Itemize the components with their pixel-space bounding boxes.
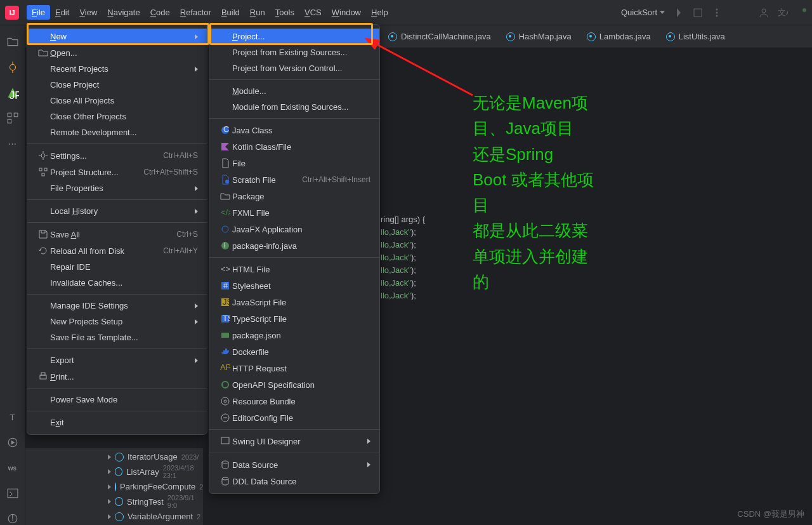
jrebel-icon[interactable]: JR [6, 86, 19, 99]
menubar-item-navigate[interactable]: Navigate [102, 5, 145, 20]
menubar-item-run[interactable]: Run [245, 5, 270, 20]
file-menu-item-exit[interactable]: Exit [27, 415, 207, 430]
tree-item[interactable]: StringTest 2023/9/1 9:0 [25, 493, 203, 510]
new-menu-item-fxml-file[interactable]: </>FXML File [209, 204, 379, 221]
menu-separator [27, 143, 207, 144]
file-menu-item-file-properties[interactable]: File Properties [27, 180, 207, 196]
menubar-item-file[interactable]: File [27, 5, 50, 20]
new-menu-item-dockerfile[interactable]: Dockerfile [209, 343, 379, 360]
play-tool-icon[interactable] [6, 436, 19, 449]
vcs-icon[interactable] [674, 8, 684, 18]
file-menu-item-project-structure[interactable]: Project Structure...Ctrl+Alt+Shift+S [27, 164, 207, 180]
file-menu-item-export[interactable]: Export [27, 352, 207, 368]
file-menu-item-open[interactable]: Open... [27, 44, 207, 61]
file-menu-item-new[interactable]: New [27, 29, 207, 44]
new-menu-item-ddl-data-source[interactable]: DDL Data Source [209, 473, 379, 489]
new-menu-item-editorconfig-file[interactable]: EditorConfig File [209, 409, 379, 426]
new-menu-item-http-request[interactable]: APIHTTP Request [209, 360, 379, 376]
http-icon: API [218, 363, 232, 373]
new-menu-item-module-from-existing-sources[interactable]: Module from Existing Sources... [209, 99, 379, 115]
menubar-item-tools[interactable]: Tools [270, 5, 299, 20]
menubar-item-edit[interactable]: Edit [50, 5, 74, 20]
file-menu-item-save-all[interactable]: Save AllCtrl+S [27, 226, 207, 243]
new-menu-item-project-from-existing-sources[interactable]: Project from Existing Sources... [209, 44, 379, 60]
new-menu-item-resource-bundle[interactable]: Resource Bundle [209, 393, 379, 409]
ws-tool-icon[interactable]: ws [6, 462, 19, 474]
ddl-icon [218, 476, 232, 486]
svg-point-38 [222, 382, 228, 388]
more-tools-icon[interactable]: ⋯ [6, 137, 19, 150]
file-menu-item-close-other-projects[interactable]: Close Other Projects [27, 109, 207, 124]
new-menu-item-module[interactable]: Module... [209, 83, 379, 99]
new-menu-item-javascript-file[interactable]: JSJavaScript File [209, 294, 379, 310]
new-menu-item-package[interactable]: Package [209, 188, 379, 204]
new-menu-item-openapi-specification[interactable]: OpenAPI Specification [209, 376, 379, 393]
project-tree[interactable]: IteratorUsage 2023/ListArray 2023/4/18 2… [25, 448, 203, 525]
menubar-right: QuickSort 文A [621, 8, 807, 18]
file-menu-item-invalidate-caches[interactable]: Invalidate Caches... [27, 275, 207, 291]
new-menu-item-package-json[interactable]: package.json [209, 327, 379, 343]
menubar-item-refactor[interactable]: Refactor [175, 5, 216, 20]
file-menu-item-repair-ide[interactable]: Repair IDE [27, 259, 207, 275]
svg-rect-13 [8, 489, 18, 498]
file-menu-item-new-projects-setup[interactable]: New Projects Setup [27, 314, 207, 329]
menubar-item-code[interactable]: Code [145, 5, 175, 20]
settings-icon[interactable] [797, 8, 807, 18]
tree-item[interactable]: IteratorUsage 2023/ [25, 451, 203, 463]
new-menu-item-package-info-java[interactable]: ipackage-info.java [209, 237, 379, 254]
project-tool-icon[interactable] [6, 36, 19, 48]
text-tool-icon[interactable]: T [6, 411, 19, 423]
new-menu-item-project[interactable]: Project... [209, 29, 379, 44]
new-menu-item-file[interactable]: File [209, 155, 379, 171]
run-icon[interactable] [693, 8, 703, 18]
menubar: IJ FileEditViewNavigateCodeRefactorBuild… [0, 0, 812, 25]
new-menu-item-project-from-version-control[interactable]: Project from Version Control... [209, 60, 379, 76]
new-menu-item-java-class[interactable]: CJava Class [209, 122, 379, 138]
file-menu-item-save-file-as-template[interactable]: Save File as Template... [27, 329, 207, 345]
file-menu-item-manage-ide-settings[interactable]: Manage IDE Settings [27, 298, 207, 314]
file-menu-item-close-all-projects[interactable]: Close All Projects [27, 93, 207, 109]
more-icon[interactable] [712, 8, 722, 18]
editor-tab[interactable]: HashMap.java [499, 25, 579, 48]
project-selector[interactable]: QuickSort [621, 8, 665, 17]
new-menu-item-data-source[interactable]: Data Source [209, 456, 379, 473]
terminal-tool-icon[interactable] [6, 487, 19, 500]
menubar-item-window[interactable]: Window [327, 5, 366, 20]
new-menu-item-swing-ui-designer[interactable]: Swing UI Designer [209, 433, 379, 449]
tree-item[interactable]: VariableArgument 2 [25, 510, 203, 522]
commit-tool-icon[interactable] [6, 61, 19, 74]
file-menu-item-close-project[interactable]: Close Project [27, 77, 207, 93]
menubar-item-view[interactable]: View [74, 5, 102, 20]
new-menu-item-html-file[interactable]: <>HTML File [209, 261, 379, 277]
file-menu-item-recent-projects[interactable]: Recent Projects [27, 61, 207, 77]
svg-point-39 [221, 397, 229, 405]
file-menu-item-power-save-mode[interactable]: Power Save Mode [27, 392, 207, 408]
new-menu-item-typescript-file[interactable]: TSTypeScript File [209, 310, 379, 327]
file-menu-item-settings[interactable]: Settings...Ctrl+Alt+S [27, 147, 207, 164]
structure-tool-icon[interactable] [6, 112, 19, 124]
tree-item[interactable]: ListArray 2023/4/18 23:1 [25, 463, 203, 481]
svg-text:C: C [223, 125, 229, 134]
file-menu-item-local-history[interactable]: Local History [27, 203, 207, 219]
translate-icon[interactable]: 文A [778, 8, 788, 18]
menubar-item-build[interactable]: Build [216, 5, 245, 20]
file-menu-item-reload-all-from-disk[interactable]: Reload All from DiskCtrl+Alt+Y [27, 243, 207, 259]
new-menu-item-kotlin-class-file[interactable]: Kotlin Class/File [209, 138, 379, 155]
new-menu-item-javafx-application[interactable]: JavaFX Application [209, 221, 379, 237]
new-menu-item-scratch-file[interactable]: Scratch FileCtrl+Alt+Shift+Insert [209, 171, 379, 188]
svg-text:JS: JS [223, 297, 230, 307]
new-menu-item-stylesheet[interactable]: #Stylesheet [209, 277, 379, 294]
editor-tab[interactable]: Lambdas.java [579, 25, 658, 48]
chevron-right-icon [195, 319, 198, 324]
problems-tool-icon[interactable]: ! [6, 512, 19, 525]
js-icon: JS [218, 297, 232, 307]
user-icon[interactable] [759, 8, 769, 18]
menubar-item-vcs[interactable]: VCS [299, 5, 327, 20]
tree-item[interactable]: ParkingFeeCompute 20 [25, 481, 203, 493]
chevron-right-icon [108, 455, 111, 460]
editor-tab[interactable]: ListUtils.java [658, 25, 733, 48]
file-menu-item-remote-development[interactable]: Remote Development... [27, 124, 207, 140]
svg-rect-42 [221, 437, 229, 444]
file-menu-item-print[interactable]: Print... [27, 368, 207, 385]
menubar-item-help[interactable]: Help [366, 5, 393, 20]
